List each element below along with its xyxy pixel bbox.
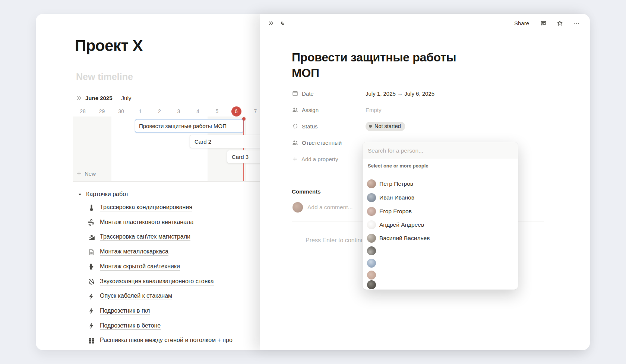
share-button[interactable]: Share: [514, 19, 529, 28]
bolt-icon: [88, 322, 95, 330]
work-list-title: Карточки работ: [86, 191, 129, 198]
property-label[interactable]: Date: [292, 90, 366, 97]
property-value[interactable]: July 1, 2025 → July 6, 2025: [366, 90, 434, 97]
comments-section-title: Comments: [292, 188, 321, 195]
person-option[interactable]: Петр Петров: [363, 178, 518, 190]
work-item[interactable]: Монтаж металлокаркаса: [88, 245, 168, 259]
bolt-icon: [88, 293, 95, 300]
work-item[interactable]: Подрозетник в бетоне: [88, 319, 161, 333]
work-item[interactable]: Трассировка кондиционирования: [88, 201, 192, 214]
property-name: Date: [302, 90, 314, 97]
day-label: 1: [131, 106, 150, 116]
property-row-status: StatusNot started: [292, 118, 405, 134]
timeline-view-title-placeholder[interactable]: New timeline: [76, 71, 133, 82]
day-label: 2: [150, 106, 169, 116]
person-avatar: [367, 193, 376, 202]
day-label: 4: [188, 106, 208, 116]
person-option[interactable]: Егор Егоров: [363, 205, 518, 217]
person-option[interactable]: [363, 257, 518, 269]
work-item-label: Монтаж металлокаркаса: [100, 248, 168, 256]
work-item[interactable]: Расшивка швов между стеной и потолком + …: [88, 334, 233, 347]
app-window: Проект X New timeline June 2025 July 282…: [36, 14, 590, 350]
person-option[interactable]: Василий Васильев: [363, 232, 518, 244]
person-avatar: [367, 246, 376, 255]
property-label[interactable]: Status: [292, 123, 366, 130]
comments-button[interactable]: [539, 19, 548, 28]
day-label: 5: [208, 106, 227, 116]
side-peek-panel: Share Провести защитные работы МОП DateJ…: [260, 14, 590, 350]
property-name: Assign: [302, 107, 319, 113]
favorite-button[interactable]: [555, 19, 564, 28]
star-icon: [557, 20, 563, 26]
ellipsis-icon: [573, 20, 580, 26]
wind-icon: [88, 218, 95, 226]
work-list-toggle[interactable]: Карточки работ: [78, 190, 129, 199]
person-avatar: [367, 271, 376, 280]
chevrons-right-icon[interactable]: [76, 95, 82, 101]
timeline-card[interactable]: Провести защитные работы МОП: [135, 119, 243, 133]
day-label: 28: [73, 106, 92, 116]
current-user-avatar: [293, 202, 303, 213]
work-item[interactable]: Монтаж скрытой сан\техники: [88, 260, 180, 274]
work-item-label: Трассировка кондиционирования: [100, 204, 192, 211]
person-avatar: [367, 280, 376, 289]
timeline-month-header: June 2025 July: [76, 94, 131, 102]
timeline-card-label: Провести защитные работы МОП: [139, 123, 227, 129]
work-item-label: Монтаж скрытой сан\техники: [100, 263, 180, 271]
person-name: Иван Иванов: [379, 194, 414, 201]
status-text: Not started: [374, 123, 401, 129]
day-label: 30: [111, 106, 131, 116]
work-item-label: Трассировка сан\тех магистрали: [100, 233, 190, 241]
person-option[interactable]: [363, 245, 518, 257]
property-name: Ответственный: [302, 140, 342, 146]
timeline-card-label: Card 2: [195, 138, 211, 145]
grid-icon: [88, 337, 95, 345]
triangle-down-icon: [78, 192, 82, 197]
person-search-input[interactable]: [368, 142, 509, 159]
status-icon: [292, 123, 298, 130]
person-select-popup: Select one or more people Петр ПетровИва…: [363, 142, 518, 290]
timeline-month-primary[interactable]: June 2025: [85, 95, 113, 101]
comment-bubble-icon: [540, 20, 547, 26]
more-options-button[interactable]: [572, 19, 581, 28]
person-option[interactable]: Иван Иванов: [363, 192, 518, 204]
task-title[interactable]: Провести защитные работы МОП: [292, 50, 486, 81]
day-label-today: 6: [227, 106, 246, 116]
person-avatar: [367, 179, 376, 188]
expand-page-button[interactable]: [278, 19, 287, 28]
today-badge: 6: [231, 106, 241, 116]
property-row-date: DateJuly 1, 2025 → July 6, 2025: [292, 85, 434, 102]
comment-placeholder: Add a comment...: [307, 204, 352, 211]
person-option[interactable]: Андрей Андреев: [363, 219, 518, 231]
work-item[interactable]: Монтаж пластикового вентканала: [88, 216, 193, 229]
property-row-ответственный: Ответственный: [292, 134, 366, 151]
add-property-button[interactable]: Add a property: [292, 151, 338, 167]
ramp-icon: [88, 233, 95, 241]
work-item-label: Расшивка швов между стеной и потолком + …: [100, 337, 233, 344]
work-item[interactable]: Звукоизоляция канализационного стояка: [88, 275, 214, 288]
work-item[interactable]: Опуск кабелей к стаканам: [88, 290, 172, 303]
bolt-icon: [88, 307, 95, 315]
plus-icon: [76, 170, 82, 176]
person-search-field[interactable]: [363, 142, 518, 159]
close-peek-button[interactable]: [266, 19, 275, 28]
mute-icon: [88, 278, 95, 285]
comment-input-row[interactable]: Add a comment...: [293, 202, 352, 213]
person-option[interactable]: [363, 279, 518, 290]
desktop: { "page": { "title": "Проект X", "view_p…: [0, 0, 626, 364]
property-label[interactable]: Assign: [292, 106, 366, 113]
timeline-new-button[interactable]: New: [76, 169, 96, 178]
day-label: 29: [92, 106, 112, 116]
person-avatar: [367, 259, 376, 268]
property-value[interactable]: Empty: [366, 107, 382, 113]
page-title: Проект X: [75, 37, 143, 55]
toilet-icon: [88, 263, 95, 271]
property-row-assign: AssignEmpty: [292, 102, 382, 118]
timeline-card-label: Card 3: [232, 154, 249, 160]
work-item[interactable]: Трассировка сан\тех магистрали: [88, 230, 190, 244]
work-item-label: Опуск кабелей к стаканам: [100, 293, 172, 300]
work-item[interactable]: Подрозетник в гкл: [88, 304, 150, 318]
chevrons-right-icon: [268, 20, 274, 26]
status-badge[interactable]: Not started: [366, 122, 405, 131]
property-label[interactable]: Ответственный: [292, 139, 366, 146]
